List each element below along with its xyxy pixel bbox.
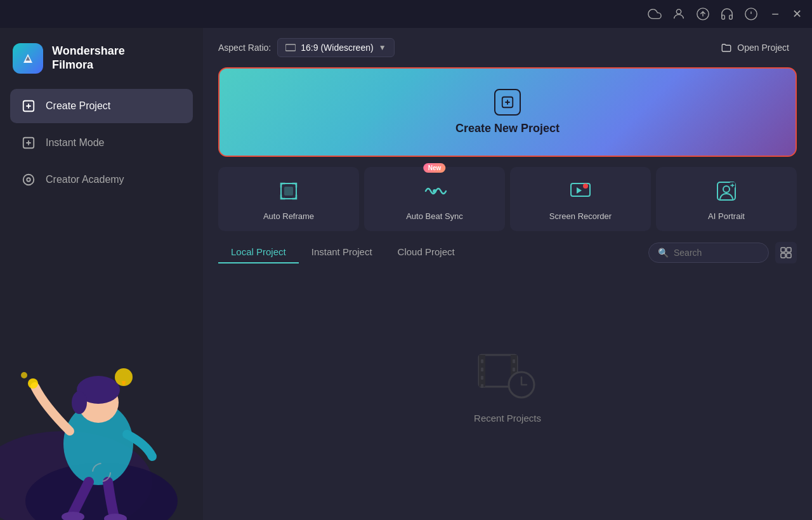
svg-point-0 [676,10,681,14]
svg-rect-22 [284,187,293,196]
creator-academy-icon [20,171,37,188]
app-logo: Wondershare Filmora [0,38,203,89]
sidebar-item-label-create: Create Project [46,100,110,112]
aspect-ratio-value: 16:9 (Widescreen) [301,43,373,53]
sidebar-item-create-project[interactable]: Create Project [10,89,193,123]
svg-rect-40 [481,384,483,388]
recent-projects-empty-icon [476,345,539,403]
aspect-ratio-section: Aspect Ratio: 16:9 (Widescreen) ▼ [218,38,395,57]
aspect-ratio-label: Aspect Ratio: [218,43,271,53]
topbar: Aspect Ratio: 16:9 (Widescreen) ▼ Open P… [203,28,812,67]
svg-rect-39 [481,376,483,380]
feature-card-ai-portrait[interactable]: AI Portrait [656,167,797,231]
grid-view-button[interactable] [775,242,797,263]
svg-point-12 [72,391,87,414]
titlebar: − ✕ [0,0,812,28]
logo-icon [13,43,43,74]
feature-card-label-screen-recorder: Screen Recorder [549,211,612,221]
create-project-icon [20,98,37,114]
app-name: Wondershare Filmora [52,44,125,72]
search-input[interactable] [674,248,759,258]
create-banner-label: Create New Project [455,122,560,135]
sidebar-item-label-academy: Creator Academy [46,174,124,185]
screen-recorder-icon [566,177,594,205]
minimize-icon[interactable]: − [768,7,782,21]
tab-cloud-project[interactable]: Cloud Project [385,241,468,263]
main-layout: Wondershare Filmora Create Project [0,28,812,520]
new-badge: New [424,163,446,173]
empty-state-text: Recent Projects [474,413,541,423]
svg-point-25 [583,183,588,189]
widescreen-icon [285,44,296,51]
project-tabs: Local Project Instant Project Cloud Proj… [218,241,468,263]
content-area: Aspect Ratio: 16:9 (Widescreen) ▼ Open P… [203,28,812,520]
headphone-icon[interactable] [720,7,734,21]
feature-card-auto-beat-sync[interactable]: New Auto Beat Sync [364,167,505,231]
search-section: 🔍 [648,242,797,263]
svg-rect-32 [781,253,785,258]
feature-card-label-auto-beat-sync: Auto Beat Sync [406,211,463,221]
sidebar-nav: Create Project Instant Mode Creator Acad… [0,89,203,197]
grid-view-icon [780,247,792,258]
tab-local-project[interactable]: Local Project [218,241,299,263]
empty-state: Recent Projects [218,274,797,520]
svg-point-13 [28,378,38,389]
info-icon[interactable] [744,7,758,21]
feature-card-label-auto-reframe: Auto Reframe [263,211,314,221]
create-plus-icon [494,89,521,116]
search-box[interactable]: 🔍 [648,243,769,263]
search-icon: 🔍 [658,248,669,258]
create-new-project-banner[interactable]: Create New Project [218,67,797,157]
project-section: Local Project Instant Project Cloud Proj… [203,241,812,520]
chevron-down-icon: ▼ [379,43,386,52]
svg-rect-31 [787,248,791,252]
feature-card-label-ai-portrait: AI Portrait [708,211,745,221]
folder-icon [721,42,732,53]
sidebar-item-label-instant: Instant Mode [46,137,105,149]
svg-point-6 [27,178,30,182]
auto-reframe-icon [275,177,303,205]
svg-point-23 [433,189,436,193]
user-avatar-icon[interactable] [672,7,686,21]
tabs-row: Local Project Instant Project Cloud Proj… [218,241,797,263]
upload-icon[interactable] [696,7,710,21]
aspect-ratio-dropdown[interactable]: 16:9 (Widescreen) ▼ [277,38,394,57]
svg-rect-42 [513,368,515,371]
cloud-icon[interactable] [648,7,662,21]
svg-point-28 [723,186,730,192]
auto-beat-sync-icon [421,177,449,205]
open-project-button[interactable]: Open Project [713,38,797,57]
svg-rect-37 [481,359,483,363]
sidebar: Wondershare Filmora Create Project [0,28,203,520]
tab-instant-project[interactable]: Instant Project [299,241,385,263]
sidebar-item-creator-academy[interactable]: Creator Academy [10,163,193,197]
feature-card-auto-reframe[interactable]: Auto Reframe [218,167,359,231]
instant-mode-icon [20,135,37,151]
svg-rect-38 [481,368,483,371]
svg-point-5 [23,175,34,185]
svg-rect-33 [787,253,791,258]
svg-rect-41 [513,359,515,363]
sidebar-item-instant-mode[interactable]: Instant Mode [10,126,193,160]
create-banner-content: Create New Project [455,89,560,135]
svg-rect-30 [781,248,785,252]
open-project-label: Open Project [737,43,789,53]
sidebar-illustration [0,317,203,520]
ai-portrait-icon [712,177,740,205]
feature-card-screen-recorder[interactable]: Screen Recorder [510,167,651,231]
svg-point-14 [21,372,27,378]
svg-rect-19 [285,44,296,51]
svg-marker-26 [577,187,582,194]
close-icon[interactable]: ✕ [792,7,802,21]
feature-cards: Auto Reframe New Auto Beat Sync [203,167,812,241]
